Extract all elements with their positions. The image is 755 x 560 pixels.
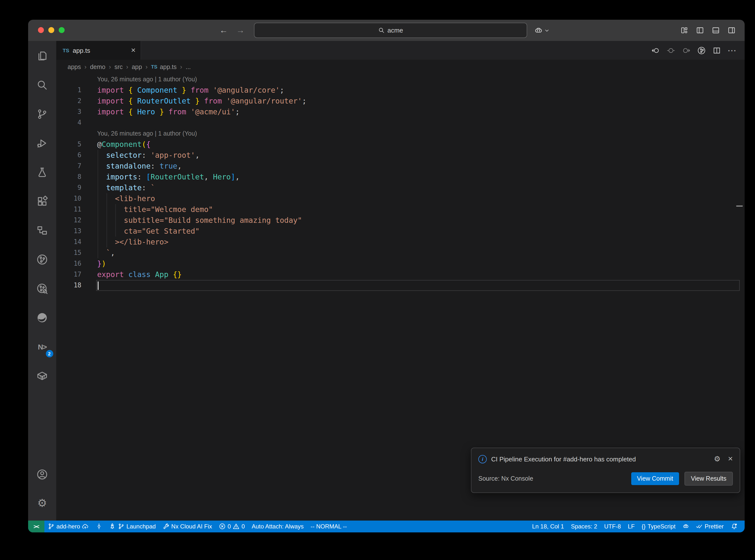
minimize-window-button[interactable] — [48, 27, 54, 33]
activity-item-extensions[interactable] — [30, 189, 54, 213]
gear-icon[interactable]: ⚙ — [714, 455, 720, 463]
status-item-vim-mode[interactable]: -- NORMAL -- — [307, 523, 350, 530]
forward-arrow[interactable]: → — [236, 25, 244, 35]
copilot-icon[interactable] — [534, 26, 543, 35]
warning-icon — [233, 523, 239, 530]
code-line[interactable]: 13 cta="Get Started" — [56, 226, 744, 237]
code-line[interactable]: 14 ></lib-hero> — [56, 237, 744, 247]
activity-item-source-control[interactable] — [30, 102, 54, 126]
status-item-git-graph[interactable] — [92, 523, 106, 530]
code-line[interactable]: 10 <lib-hero — [56, 193, 744, 204]
code-line[interactable]: 17export class App {} — [56, 269, 744, 280]
status-item-indentation[interactable]: Spaces: 2 — [568, 523, 601, 530]
code-line[interactable]: 9 template: ` — [56, 182, 744, 193]
tab-bar: TS app.ts × ··· — [56, 41, 744, 60]
circle-arrow-left-icon[interactable] — [652, 46, 660, 55]
breadcrumb-item-app-ts[interactable]: TSapp.ts — [151, 63, 177, 70]
remote-icon: >< — [34, 523, 39, 529]
line-number: 12 — [56, 215, 81, 226]
status-item-label: Nx Cloud AI Fix — [171, 523, 212, 530]
status-item-auto-attach[interactable]: Auto Attach: Always — [248, 523, 307, 530]
code-text: template: ` — [97, 182, 155, 193]
activity-item-nx-console[interactable]: N>2 — [30, 335, 54, 358]
activity-item-search[interactable] — [30, 73, 54, 97]
toast-title: CI Pipeline Execution for #add-hero has … — [491, 455, 709, 463]
code-line[interactable]: 3import { Hero } from '@acme/ui'; — [56, 106, 744, 117]
panel-left-icon[interactable] — [696, 26, 704, 35]
status-item-copilot-status[interactable] — [679, 523, 693, 530]
code-line[interactable]: 16}) — [56, 258, 744, 269]
circle-arrow-right-icon[interactable] — [682, 46, 690, 55]
code-line[interactable]: 6 selector: 'app-root', — [56, 150, 744, 161]
line-number: 4 — [56, 117, 81, 128]
status-item-label: 0 — [227, 523, 231, 530]
gitlens-graph-icon[interactable] — [697, 46, 706, 55]
customize-layout-icon[interactable] — [680, 26, 689, 35]
blame-text: You, 26 minutes ago | 1 author (You) — [97, 128, 197, 139]
code-line[interactable]: 1import { Component } from '@angular/cor… — [56, 85, 744, 96]
code-line[interactable]: 15 `, — [56, 247, 744, 258]
status-item-encoding[interactable]: UTF-8 — [601, 523, 624, 530]
status-item-cursor-position[interactable]: Ln 18, Col 1 — [529, 523, 568, 530]
remote-indicator[interactable]: >< — [28, 521, 44, 533]
code-line[interactable]: 11 title="Welcmoe demo" — [56, 204, 744, 215]
activity-item-gitlens[interactable] — [30, 247, 54, 271]
chevron-down-icon[interactable] — [544, 28, 549, 33]
activity-item-settings[interactable]: ⚙ — [30, 492, 54, 515]
back-arrow[interactable]: ← — [219, 25, 228, 35]
code-editor[interactable]: You, 26 minutes ago | 1 author (You)1imp… — [56, 74, 744, 521]
activity-item-explorer[interactable] — [30, 44, 54, 67]
line-number: 5 — [56, 139, 81, 150]
activity-item-run-debug[interactable] — [30, 131, 54, 155]
status-item-launchpad[interactable]: Launchpad — [106, 523, 159, 530]
close-icon[interactable]: × — [728, 454, 733, 464]
view-results-button[interactable]: View Results — [684, 472, 733, 485]
copilot-icon — [682, 523, 689, 530]
status-item-label: LF — [628, 523, 635, 530]
status-item-notifications-bell[interactable] — [727, 523, 741, 530]
code-line[interactable]: 7 standalone: true, — [56, 161, 744, 172]
activity-item-containers[interactable] — [30, 364, 54, 387]
view-commit-button[interactable]: View Commit — [631, 472, 679, 485]
gear-icon: ⚙ — [37, 498, 47, 509]
code-line[interactable]: 5@Component({ — [56, 139, 744, 150]
layout-controls — [680, 20, 736, 41]
status-item-nx-cloud-ai-fix[interactable]: Nx Cloud AI Fix — [159, 523, 216, 530]
copilot-menu[interactable] — [534, 20, 549, 41]
window-controls — [38, 27, 65, 33]
code-line[interactable]: 4 — [56, 117, 744, 128]
circle-line-icon[interactable] — [667, 46, 675, 55]
close-window-button[interactable] — [38, 27, 44, 33]
status-item-branch[interactable]: add-hero — [44, 523, 92, 530]
panel-right-icon[interactable] — [728, 26, 736, 35]
status-item-problems[interactable]: 00 — [216, 523, 248, 530]
more-actions-icon[interactable]: ··· — [728, 46, 737, 55]
info-icon: i — [478, 455, 487, 463]
activity-item-project-graph[interactable] — [30, 218, 54, 242]
code-line[interactable]: 8 imports: [RouterOutlet, Hero], — [56, 172, 744, 182]
breadcrumb-item-apps[interactable]: apps — [67, 63, 81, 70]
code-line[interactable]: 12 subtitle="Build something amazing tod… — [56, 215, 744, 226]
git-branch-icon — [48, 523, 55, 530]
editor-actions: ··· — [652, 41, 744, 60]
edge-icon — [37, 312, 48, 323]
command-center-search[interactable]: acme — [254, 23, 527, 38]
split-editor-icon[interactable] — [713, 46, 721, 55]
breadcrumb-item-app[interactable]: app — [132, 63, 142, 70]
breadcrumb-item--[interactable]: ... — [186, 63, 191, 70]
activity-item-gitlens-inspect[interactable] — [30, 277, 54, 300]
debug-icon — [37, 137, 48, 148]
code-line[interactable]: 2import { RouterOutlet } from '@angular/… — [56, 96, 744, 106]
activity-item-testing[interactable] — [30, 160, 54, 184]
tab-app-ts[interactable]: TS app.ts × — [56, 41, 141, 60]
zoom-window-button[interactable] — [59, 27, 65, 33]
panel-bottom-icon[interactable] — [712, 26, 720, 35]
status-item-formatter[interactable]: Prettier — [693, 523, 727, 530]
breadcrumb-item-demo[interactable]: demo — [90, 63, 105, 70]
activity-item-accounts[interactable] — [30, 462, 54, 486]
activity-item-edge-tools[interactable] — [30, 306, 54, 329]
status-item-eol[interactable]: LF — [624, 523, 638, 530]
close-tab-icon[interactable]: × — [131, 46, 136, 54]
status-item-language-mode[interactable]: {}TypeScript — [638, 523, 679, 530]
breadcrumb-item-src[interactable]: src — [114, 63, 122, 70]
